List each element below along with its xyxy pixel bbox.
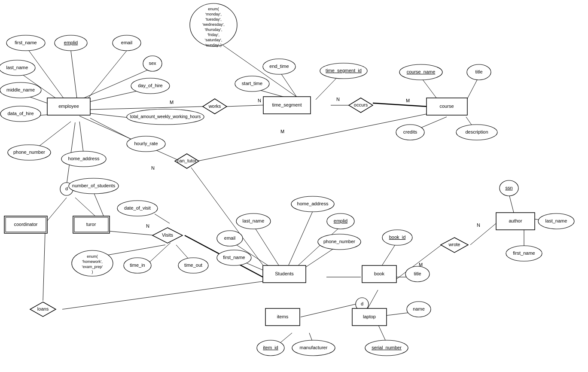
relationship-visits-label: Visits xyxy=(162,232,174,238)
attr-author-first-name-label: first_name xyxy=(513,250,535,256)
attr-laptop-serial-label: serial_number xyxy=(372,345,402,350)
attr-stu-last-name-label: last_name xyxy=(243,218,265,223)
attr-emp-hourly-rate-label: hourly_rate xyxy=(134,141,158,146)
entity-time-segment-label: time_segment xyxy=(272,102,302,107)
attr-emp-emplid-label: emplid xyxy=(64,40,78,45)
attr-emp-day-of-hire-label: day_of_hire xyxy=(138,83,163,88)
attr-laptop-name-label: name xyxy=(413,306,425,311)
svg-text:d: d xyxy=(65,186,68,191)
svg-text:'thursday',: 'thursday', xyxy=(205,27,222,32)
attr-emp-data-of-hire-label: data_of_hire xyxy=(7,111,34,116)
attr-course-title-label: title xyxy=(475,69,482,74)
svg-text:'tuesday',: 'tuesday', xyxy=(205,17,221,21)
attr-ts-day-enum-label: enum( xyxy=(208,7,219,11)
svg-text:M: M xyxy=(280,129,284,134)
attr-stu-first-name-label: first_name xyxy=(223,255,245,260)
svg-line-12 xyxy=(90,107,203,110)
svg-line-54 xyxy=(279,333,292,344)
svg-text:d: d xyxy=(361,301,363,306)
attr-ts-start-time-label: start_time xyxy=(242,81,262,86)
attr-course-credits-label: credits xyxy=(403,129,417,134)
relationship-wrote-label: wrote xyxy=(448,242,460,247)
svg-line-2 xyxy=(86,51,127,101)
svg-line-32 xyxy=(109,231,155,235)
attr-visit-time-in-label: time_in xyxy=(130,262,145,268)
relationship-works-label: works xyxy=(208,104,221,109)
svg-text:N: N xyxy=(151,165,155,171)
attr-emp-first-name-label: first_name xyxy=(15,40,37,45)
svg-line-56 xyxy=(62,281,263,309)
relationship-can-tutor-label: can_tutor xyxy=(177,158,197,163)
entity-students-label: Students xyxy=(275,271,294,276)
attr-book-id-label: book_id xyxy=(389,235,406,240)
er-diagram: d d M N xyxy=(0,0,588,372)
diagram-svg: d d M N xyxy=(0,0,588,372)
svg-text:N: N xyxy=(258,98,261,103)
svg-text:M: M xyxy=(170,100,174,105)
entity-book-label: book xyxy=(374,271,384,276)
svg-text:): ) xyxy=(92,270,93,274)
svg-line-61 xyxy=(470,223,496,245)
attr-ts-end-time-label: end_time xyxy=(269,64,289,69)
svg-text:enum(: enum( xyxy=(87,254,98,259)
attr-course-description-label: description xyxy=(465,129,488,134)
attr-stu-email-label: email xyxy=(224,235,235,241)
entity-turor-label: turor xyxy=(86,222,96,227)
attr-laptop-manufacturer-label: manufacturer xyxy=(300,345,328,350)
svg-line-27 xyxy=(45,198,67,223)
svg-line-1 xyxy=(71,51,77,102)
entity-course-label: course xyxy=(439,104,454,109)
svg-text:'saturday',: 'saturday', xyxy=(205,38,222,42)
attr-visit-date-label: date_of_visit xyxy=(124,205,151,210)
svg-text:'exam_prep': 'exam_prep' xyxy=(82,265,103,269)
svg-line-34 xyxy=(155,214,170,223)
svg-text:N: N xyxy=(336,97,340,102)
attr-emp-sex-label: sex xyxy=(149,61,156,66)
entity-employee-label: employee xyxy=(58,104,79,109)
attr-stu-emplid-label: emplid xyxy=(334,218,347,223)
attr-emp-phone-number-label: phone_number xyxy=(13,149,45,155)
entity-coordinator-label: coordinator xyxy=(14,222,37,227)
svg-line-16 xyxy=(316,75,339,100)
relationship-loans-label: loans xyxy=(37,306,49,311)
attr-emp-last-name-label: last_name xyxy=(6,65,28,70)
svg-text:'homework',: 'homework', xyxy=(82,259,102,264)
attr-ts-id-label: time_segment_id xyxy=(326,68,362,73)
svg-text:'friday',: 'friday', xyxy=(207,33,219,37)
entity-author-label: author xyxy=(509,218,522,223)
svg-text:N: N xyxy=(477,223,480,228)
svg-text:'wednesday',: 'wednesday', xyxy=(202,22,224,27)
attr-visit-time-out-label: time_out xyxy=(184,262,202,268)
attr-book-title-label: title xyxy=(414,271,421,276)
attr-stu-home-address-label: home_address xyxy=(297,201,329,206)
attr-stu-phone-number-label: phone_number xyxy=(323,239,355,244)
svg-line-19 xyxy=(373,103,427,107)
attr-author-ssn-label: ssn xyxy=(505,185,512,190)
svg-line-47 xyxy=(367,290,378,309)
svg-text:'monday',: 'monday', xyxy=(205,12,222,16)
svg-line-41 xyxy=(289,211,313,265)
attr-course-name-label: course_name xyxy=(407,69,436,74)
svg-line-57 xyxy=(43,232,45,301)
svg-text:N: N xyxy=(146,223,149,229)
attr-emp-home-address-label: home_address xyxy=(68,156,100,161)
svg-text:'sunday',): 'sunday',) xyxy=(205,43,222,47)
svg-line-10 xyxy=(79,122,84,156)
relationship-occurs-label: occurs xyxy=(354,102,368,107)
attr-emp-middle-name-label: middle_name xyxy=(6,87,35,92)
svg-line-14 xyxy=(279,71,299,100)
attr-author-last-name-label: last_name xyxy=(545,218,567,223)
svg-line-25 xyxy=(198,114,427,161)
entity-laptop-label: laptop xyxy=(363,314,376,319)
svg-line-50 xyxy=(301,304,356,317)
svg-text:M: M xyxy=(406,98,410,103)
attr-number-of-students-label: number_of_students xyxy=(72,183,116,188)
entity-items-label: items xyxy=(277,314,289,319)
attr-emp-total-label: total_amount_weekly_working_hours xyxy=(130,114,201,119)
attr-item-id-label: item_id xyxy=(263,345,278,350)
attr-emp-email-label: email xyxy=(121,40,132,45)
